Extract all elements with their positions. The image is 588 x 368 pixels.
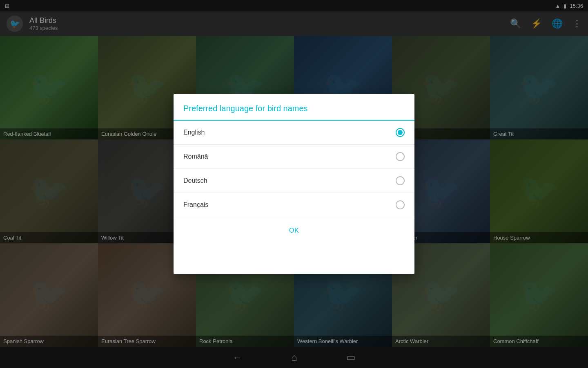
option-deutsch[interactable]: Deutsch (174, 169, 414, 193)
ok-button[interactable]: OK (279, 224, 309, 238)
option-english[interactable]: English (174, 121, 414, 145)
overlay: Preferred language for bird names Englis… (0, 0, 588, 368)
radio-english[interactable] (396, 128, 405, 137)
option-francais[interactable]: Français (174, 193, 414, 217)
option-label-english: English (183, 129, 205, 136)
option-label-francais: Français (183, 201, 208, 209)
radio-romana[interactable] (396, 152, 405, 161)
dialog-options: English Română Deutsch Français (174, 121, 414, 217)
option-label-romana: Română (183, 153, 208, 160)
dialog-footer: OK (174, 217, 414, 244)
option-romana[interactable]: Română (174, 145, 414, 169)
radio-inner (398, 130, 403, 135)
radio-francais[interactable] (396, 200, 405, 209)
radio-deutsch[interactable] (396, 176, 405, 185)
language-dialog: Preferred language for bird names Englis… (174, 94, 414, 274)
dialog-title: Preferred language for bird names (183, 104, 405, 113)
dialog-title-section: Preferred language for bird names (174, 94, 414, 121)
option-label-deutsch: Deutsch (183, 177, 207, 184)
